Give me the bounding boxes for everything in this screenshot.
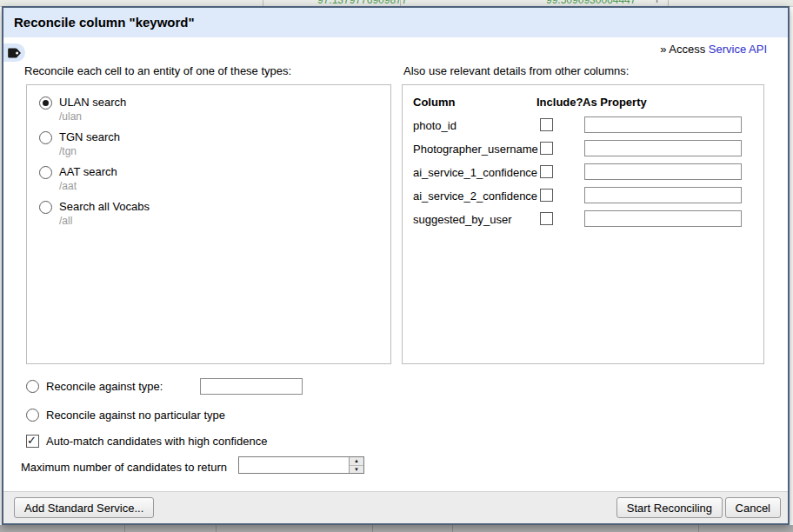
type-id: /ulan: [59, 110, 126, 123]
max-candidates-input[interactable]: [239, 457, 349, 473]
table-column-divider: [698, 525, 699, 532]
reconcile-dialog: Reconcile column "keyword" » Access Serv…: [2, 6, 790, 525]
background-cell-value: 99.5090930064447: [546, 0, 636, 6]
column-name: photo_id: [413, 119, 456, 132]
stepper-down-icon[interactable]: ▼: [350, 466, 363, 474]
no-particular-type-option[interactable]: Reconcile against no particular type: [26, 409, 225, 422]
type-id: /all: [59, 214, 150, 228]
start-reconciling-button[interactable]: Start Reconciling: [616, 497, 723, 518]
reconcile-tag-tab: [3, 43, 25, 62]
automatch-label: Auto-match candidates with high confiden…: [46, 435, 267, 448]
radio-button[interactable]: [26, 380, 39, 393]
include-checkbox[interactable]: [540, 165, 553, 178]
column-name: Photographer_username: [413, 143, 538, 156]
access-service-api: » Access Service API: [660, 43, 767, 56]
access-prefix: » Access: [660, 43, 709, 56]
table-row: photo_id: [403, 116, 763, 140]
background-cell-value: 97.1379776909877: [317, 0, 407, 6]
columns-table-header: Column Include? As Property: [403, 96, 763, 116]
stepper-buttons: ▲ ▼: [349, 457, 363, 473]
type-name: AAT search: [59, 164, 117, 179]
as-property-input[interactable]: [584, 163, 742, 180]
table-column-divider: [124, 525, 125, 532]
right-section-label: Also use relevant details from other col…: [403, 64, 629, 77]
column-name: ai_service_1_confidence: [413, 166, 537, 179]
table-column-divider: [263, 0, 263, 6]
background-cell-value: +: [654, 0, 660, 6]
type-option-all[interactable]: Search all Vocabs /all: [39, 199, 390, 228]
automatch-option[interactable]: Auto-match candidates with high confiden…: [26, 435, 267, 448]
table-row: suggested_by_user: [403, 210, 763, 234]
table-column-divider: [400, 0, 401, 6]
radio-button[interactable]: [39, 201, 52, 214]
service-api-link[interactable]: Service API: [709, 43, 767, 56]
table-column-divider: [452, 525, 453, 532]
table-row: Photographer_username: [403, 140, 763, 163]
type-id: /aat: [59, 179, 117, 193]
reconcile-types-panel: ULAN search /ulan TGN search /tgn AAT se…: [26, 84, 391, 364]
stepper-up-icon[interactable]: ▲: [350, 457, 363, 466]
automatch-checkbox[interactable]: [26, 435, 39, 448]
left-section-label: Reconcile each cell to an entity of one …: [24, 64, 291, 77]
against-type-input[interactable]: [200, 378, 303, 395]
tag-icon: [8, 47, 22, 59]
as-property-input[interactable]: [584, 116, 742, 133]
add-standard-service-button[interactable]: Add Standard Service...: [14, 497, 154, 518]
header-as-property: As Property: [583, 96, 647, 109]
table-row: ai_service_1_confidence: [403, 163, 763, 187]
column-name: ai_service_2_confidence: [413, 190, 537, 203]
as-property-input[interactable]: [584, 210, 742, 227]
table-column-divider: [668, 0, 669, 6]
as-property-input[interactable]: [584, 187, 742, 203]
against-type-label: Reconcile against type:: [46, 380, 163, 393]
dialog-footer: Add Standard Service... Start Reconcilin…: [3, 491, 788, 523]
type-name: Search all Vocabs: [59, 199, 150, 214]
type-option-ulan[interactable]: ULAN search /ulan: [39, 95, 390, 123]
radio-button[interactable]: [39, 131, 52, 144]
table-column-divider: [372, 525, 373, 532]
radio-button[interactable]: [26, 409, 39, 422]
type-option-tgn[interactable]: TGN search /tgn: [39, 130, 390, 158]
header-include: Include?: [536, 96, 583, 109]
include-checkbox[interactable]: [540, 189, 553, 202]
include-checkbox[interactable]: [540, 142, 553, 155]
cancel-button[interactable]: Cancel: [725, 497, 781, 518]
include-checkbox[interactable]: [540, 118, 553, 131]
background-table-bottom-row: [0, 525, 793, 532]
include-checkbox[interactable]: [540, 212, 553, 225]
other-columns-panel: Column Include? As Property photo_id Pho…: [402, 84, 764, 364]
type-name: ULAN search: [59, 95, 126, 110]
reconcile-against-type-option[interactable]: Reconcile against type:: [26, 380, 163, 393]
header-column: Column: [413, 96, 455, 109]
radio-button[interactable]: [39, 96, 52, 110]
max-candidates-label: Maximum number of candidates to return: [21, 461, 227, 474]
radio-button[interactable]: [39, 166, 52, 179]
type-option-aat[interactable]: AAT search /aat: [39, 164, 390, 193]
as-property-input[interactable]: [584, 140, 742, 156]
table-column-divider: [216, 525, 217, 532]
dialog-title: Reconcile column "keyword": [3, 8, 788, 37]
column-name: suggested_by_user: [413, 213, 511, 226]
no-type-label: Reconcile against no particular type: [46, 409, 225, 422]
table-row: ai_service_2_confidence: [403, 187, 763, 210]
max-candidates-stepper: ▲ ▼: [238, 456, 364, 474]
type-id: /tgn: [59, 144, 120, 158]
type-name: TGN search: [59, 130, 120, 144]
